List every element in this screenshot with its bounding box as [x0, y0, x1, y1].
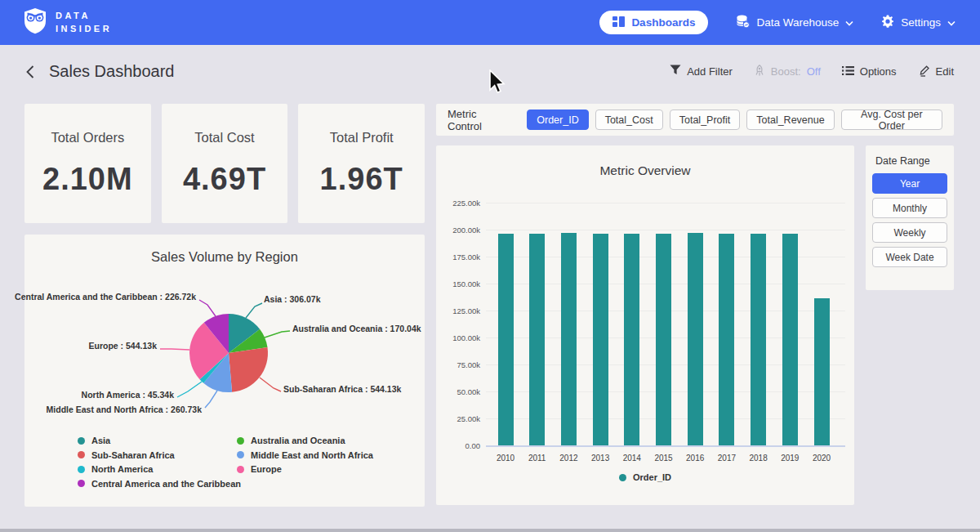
legend-dot [237, 451, 244, 458]
top-navbar: DATA INSIDER Dashboards [0, 0, 980, 45]
pencil-icon [918, 64, 930, 79]
brand-logo[interactable]: DATA INSIDER [23, 7, 112, 38]
pie-leader-line [205, 391, 217, 408]
y-axis-tick: 0.00 [439, 441, 480, 450]
metric-overview-chart-card: Metric Overview Order_ID 225.00k200.00k1… [436, 145, 854, 505]
legend-dot [237, 466, 244, 473]
bar-2016[interactable] [688, 233, 703, 445]
pie-slice-sub-saharan-africa[interactable] [229, 347, 268, 392]
bar-2010[interactable] [498, 234, 514, 445]
y-axis-tick: 150.00k [439, 279, 480, 288]
legend-dot [78, 466, 85, 473]
date-range-option-weekly[interactable]: Weekly [872, 222, 947, 243]
data-warehouse-menu[interactable]: Data Warehouse [736, 15, 853, 31]
y-axis-tick: 75.00k [439, 360, 480, 369]
metric-control-bar: Metric Control Order_IDTotal_CostTotal_P… [436, 104, 954, 136]
legend-dot [78, 451, 85, 458]
chevron-down-icon [947, 16, 956, 29]
kpi-row: Total Orders 2.10MTotal Cost 4.69TTotal … [24, 104, 425, 223]
x-axis-tick: 2012 [552, 454, 585, 463]
bar-chart-plot-area [486, 203, 845, 445]
pie-legend-item-asia[interactable]: Asia [78, 436, 241, 445]
legend-dot [78, 437, 85, 445]
x-axis-tick: 2017 [710, 454, 743, 463]
pie-legend-item-sub-saharan-africa[interactable]: Sub-Saharan Africa [78, 450, 241, 460]
pie-leader-line [260, 378, 281, 391]
pie-leader-line [246, 303, 262, 318]
y-axis-tick: 175.00k [439, 253, 480, 262]
bar-2015[interactable] [656, 234, 671, 445]
pie-callout-sub-saharan-africa: Sub-Saharan Africa : 544.13k [283, 384, 401, 394]
bar-chart-legend: Order_ID [436, 472, 854, 482]
y-axis-tick: 200.00k [439, 226, 480, 235]
legend-label: North America [91, 464, 153, 474]
add-filter-button[interactable]: Add Filter [670, 65, 733, 78]
metric-option-avg-cost-per-order[interactable]: Avg. Cost per Order [841, 110, 942, 130]
page-title: Sales Dashboard [49, 62, 174, 81]
x-axis-tick: 2016 [679, 454, 711, 463]
dashboards-button[interactable]: Dashboards [599, 11, 708, 34]
metric-option-total-cost[interactable]: Total_Cost [595, 110, 663, 130]
y-axis-tick: 25.00k [439, 414, 480, 423]
pie-callout-central-america-and-the-caribbean: Central America and the Caribbean : 226.… [15, 292, 196, 302]
filter-funnel-icon [670, 65, 681, 78]
bar-2014[interactable] [624, 234, 639, 445]
pie-legend-item-australia-and-oceania[interactable]: Australia and Oceania [237, 436, 373, 445]
date-range-option-year[interactable]: Year [872, 173, 947, 194]
date-range-option-week-date[interactable]: Week Date [872, 247, 947, 267]
pie-callout-asia: Asia : 306.07k [264, 294, 320, 304]
boost-toggle[interactable]: Boost: Off [754, 65, 821, 79]
metric-option-total-profit[interactable]: Total_Profit [670, 110, 741, 130]
kpi-value: 1.96T [320, 162, 403, 197]
pie-legend-item-europe[interactable]: Europe [237, 464, 373, 474]
database-icon [736, 15, 750, 31]
legend-label: Order_ID [633, 472, 671, 482]
x-axis-tick: 2011 [521, 454, 554, 463]
x-axis-tick: 2015 [648, 454, 680, 463]
pie-legend-item-middle-east-and-north-africa[interactable]: Middle East and North Africa [237, 450, 373, 460]
edit-button[interactable]: Edit [918, 64, 954, 79]
y-axis-tick: 50.00k [439, 387, 480, 396]
kpi-value: 2.10M [42, 162, 133, 197]
x-axis-tick: 2020 [805, 454, 838, 463]
pie-legend-item-north-america[interactable]: North America [78, 464, 241, 474]
bar-2012[interactable] [561, 233, 577, 445]
bar-2020[interactable] [814, 298, 830, 445]
page-header: Sales Dashboard Add Filter Boost: Off [0, 45, 980, 98]
legend-label: Middle East and North Africa [251, 450, 373, 460]
settings-menu[interactable]: Settings [881, 15, 956, 30]
bar-2013[interactable] [593, 234, 608, 445]
owl-logo-icon [23, 7, 47, 38]
legend-label: Asia [91, 436, 110, 445]
legend-label: Australia and Oceania [251, 436, 345, 445]
back-button[interactable] [21, 63, 39, 81]
date-range-option-monthly[interactable]: Monthly [872, 198, 947, 218]
boost-state: Off [807, 65, 821, 78]
pie-legend-item-central-america-and-the-caribbean[interactable]: Central America and the Caribbean [78, 479, 241, 489]
pie-callout-middle-east-and-north-africa: Middle East and North Africa : 260.73k [47, 405, 202, 414]
bar-chart-title: Metric Overview [436, 163, 854, 178]
bar-2011[interactable] [529, 234, 545, 445]
rocket-icon [754, 65, 765, 79]
kpi-label: Total Cost [194, 130, 254, 145]
pie-leader-line [199, 300, 216, 316]
date-range-label: Date Range [875, 155, 947, 167]
kpi-value: 4.69T [183, 162, 266, 197]
pie-callout-australia-and-oceania: Australia and Oceania : 170.04k [292, 324, 421, 333]
metric-option-total-revenue[interactable]: Total_Revenue [746, 110, 834, 130]
options-button[interactable]: Options [842, 65, 897, 78]
kpi-label: Total Orders [51, 130, 124, 145]
x-axis-tick: 2014 [616, 454, 648, 463]
y-axis-tick: 100.00k [439, 333, 480, 342]
bar-2019[interactable] [782, 234, 798, 445]
gridline [486, 203, 845, 203]
kpi-label: Total Profit [330, 130, 394, 145]
chevron-down-icon [845, 16, 853, 29]
list-options-icon [842, 65, 854, 78]
x-axis-tick: 2019 [773, 454, 806, 463]
legend-dot [237, 437, 244, 445]
bar-2017[interactable] [719, 234, 734, 445]
bar-2018[interactable] [751, 234, 766, 445]
metric-option-order-id[interactable]: Order_ID [527, 110, 588, 130]
legend-dot [619, 474, 626, 481]
